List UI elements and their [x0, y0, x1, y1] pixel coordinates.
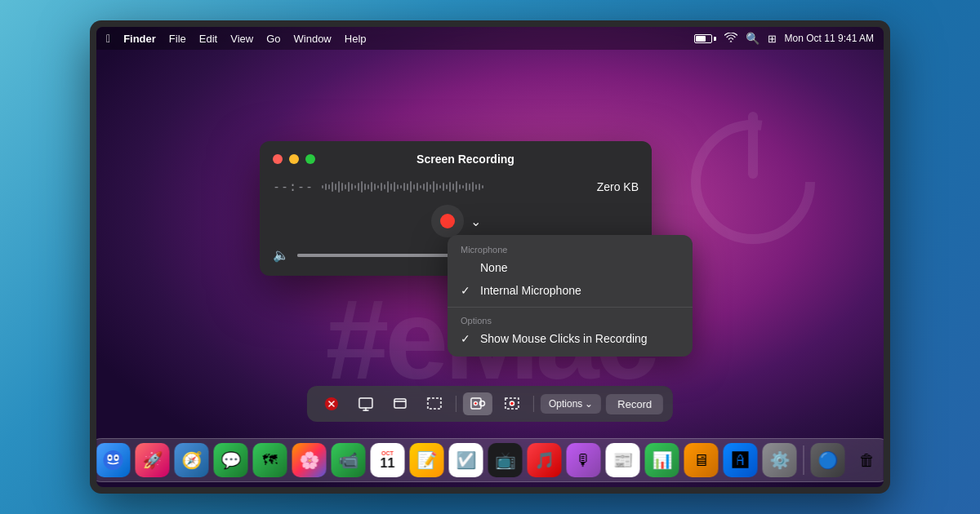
- dock-separator: [804, 445, 804, 475]
- toolbar-capture-window-button[interactable]: [385, 392, 415, 415]
- toolbar-options-button[interactable]: Options ⌄: [541, 394, 601, 414]
- menubar-view[interactable]: View: [230, 33, 253, 45]
- dock-reminders[interactable]: ☑️: [449, 443, 483, 477]
- toolbar-divider: [456, 396, 457, 412]
- dock-launchpad[interactable]: 🚀: [136, 443, 170, 477]
- menubar-file[interactable]: File: [169, 33, 186, 45]
- dock-maps[interactable]: 🗺: [253, 443, 287, 477]
- laptop-screen: #eMac  Finder File Edit View Go: [96, 27, 884, 487]
- record-dot-icon: [440, 214, 455, 228]
- show-mouse-clicks-label: Show Mouse Clicks in Recording: [480, 332, 648, 345]
- window-close-button[interactable]: [273, 154, 283, 164]
- toolbar-record-screen-button[interactable]: [463, 392, 492, 415]
- battery-body: [694, 34, 712, 43]
- microphone-section-label: Microphone: [448, 241, 693, 256]
- recording-controls: --:-- Zero KB: [273, 179, 639, 195]
- dock-calendar[interactable]: OCT 11: [371, 443, 405, 477]
- file-size-display: Zero KB: [597, 180, 639, 193]
- dock-podcasts[interactable]: 🎙: [567, 443, 601, 477]
- internal-mic-check-icon: ✓: [461, 284, 474, 297]
- dock-photos[interactable]: 🌸: [292, 443, 327, 477]
- apple-logo-icon[interactable]: : [106, 32, 110, 45]
- chevron-down-icon[interactable]: ⌄: [470, 214, 481, 229]
- mic-none-option[interactable]: ✓ None: [448, 256, 693, 279]
- battery-tip: [714, 37, 716, 41]
- screenshot-toolbar: Options ⌄ Record: [307, 386, 673, 422]
- toolbar-close-button[interactable]: [317, 392, 346, 415]
- menubar-help[interactable]: Help: [345, 33, 367, 45]
- menubar-datetime: Mon Oct 11 9:41 AM: [785, 33, 874, 44]
- laptop-frame: #eMac  Finder File Edit View Go: [90, 20, 890, 494]
- menubar-finder[interactable]: Finder: [123, 33, 156, 45]
- dock-control-center[interactable]: 🔵: [811, 443, 845, 477]
- battery-fill: [696, 36, 706, 42]
- mouse-clicks-check-icon: ✓: [461, 332, 474, 345]
- toolbar-capture-selection-button[interactable]: [420, 392, 449, 415]
- menubar-window[interactable]: Window: [294, 33, 332, 45]
- battery-indicator: [694, 34, 716, 43]
- dock-system-preferences[interactable]: ⚙️: [763, 443, 797, 477]
- show-mouse-clicks-option[interactable]: ✓ Show Mouse Clicks in Recording: [448, 327, 693, 350]
- window-titlebar: Screen Recording: [260, 141, 652, 174]
- control-center-icon[interactable]: ⊞: [768, 33, 777, 45]
- record-button[interactable]: [431, 205, 464, 237]
- dock-safari[interactable]: 🧭: [175, 443, 209, 477]
- svg-rect-10: [428, 398, 441, 409]
- dock: 🚀 🧭 💬 🗺 🌸 📹: [96, 438, 884, 482]
- wifi-icon: [724, 32, 737, 45]
- dock-music[interactable]: 🎵: [528, 443, 562, 477]
- volume-icon: 🔈: [273, 247, 289, 263]
- window-title: Screen Recording: [292, 153, 639, 166]
- dock-keynote[interactable]: 🖥: [684, 443, 719, 477]
- dock-trash[interactable]: 🗑: [850, 443, 884, 477]
- dock-finder[interactable]: [96, 443, 131, 477]
- svg-point-20: [115, 457, 118, 459]
- audio-waveform: [322, 179, 588, 195]
- svg-point-16: [104, 450, 123, 470]
- power-watermark-icon: [671, 92, 835, 255]
- dock-news[interactable]: 📰: [606, 443, 640, 477]
- svg-point-15: [510, 401, 514, 405]
- outer-background: #eMac  Finder File Edit View Go: [0, 0, 980, 514]
- dock-numbers[interactable]: 📊: [645, 443, 679, 477]
- dock-facetime[interactable]: 📹: [332, 443, 366, 477]
- toolbar-record-selection-button[interactable]: [497, 392, 527, 415]
- dock-appletv[interactable]: 📺: [488, 443, 523, 477]
- dock-notes[interactable]: 📝: [410, 443, 444, 477]
- svg-point-13: [474, 402, 477, 405]
- toolbar-record-button[interactable]: Record: [606, 394, 663, 414]
- microphone-dropdown: Microphone ✓ None ✓ Internal Microphone …: [448, 235, 693, 357]
- svg-rect-8: [394, 399, 406, 408]
- svg-point-19: [109, 457, 111, 459]
- dock-appstore[interactable]: 🅰: [724, 443, 758, 477]
- options-button-label: Options: [549, 398, 582, 410]
- record-button-row: ⌄: [273, 205, 639, 237]
- mic-internal-option[interactable]: ✓ Internal Microphone: [448, 279, 693, 302]
- mic-none-label: None: [480, 261, 507, 274]
- time-display: --:--: [273, 179, 314, 194]
- menubar:  Finder File Edit View Go Window Help: [96, 27, 884, 50]
- desktop-background: #eMac  Finder File Edit View Go: [96, 27, 884, 487]
- search-icon[interactable]: 🔍: [746, 32, 760, 45]
- menubar-edit[interactable]: Edit: [199, 33, 217, 45]
- mic-internal-label: Internal Microphone: [480, 284, 581, 297]
- svg-rect-5: [359, 398, 372, 408]
- options-section-label: Options: [448, 312, 693, 327]
- menubar-go[interactable]: Go: [266, 33, 280, 45]
- toolbar-capture-screen-button[interactable]: [351, 392, 381, 415]
- menubar-right: 🔍 ⊞ Mon Oct 11 9:41 AM: [694, 32, 874, 45]
- options-chevron-icon: ⌄: [585, 398, 593, 410]
- dropdown-divider: [448, 307, 693, 308]
- toolbar-divider-2: [533, 396, 534, 412]
- menubar-left:  Finder File Edit View Go Window Help: [106, 32, 367, 45]
- dock-messages[interactable]: 💬: [214, 443, 248, 477]
